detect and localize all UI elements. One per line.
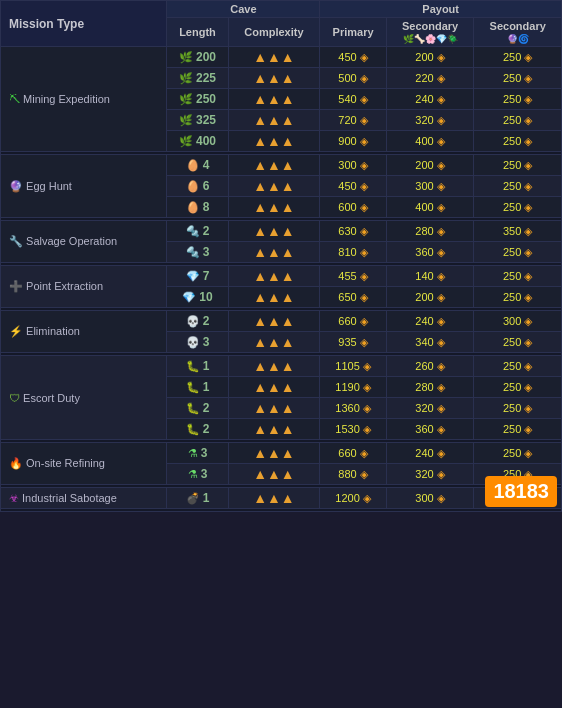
complexity-cell: ▲▲▲	[228, 287, 320, 308]
secondary1-cell: 280 ◈	[386, 221, 474, 242]
coin-icon2: ◈	[437, 51, 445, 63]
sec2-value: 250	[503, 336, 521, 348]
coin-icon2: ◈	[437, 114, 445, 126]
sec2-value: 250	[503, 180, 521, 192]
sec2-value: 350	[503, 225, 521, 237]
length-icon: 🌿	[179, 51, 193, 63]
primary-value: 300	[338, 159, 356, 171]
secondary1-cell: 240 ◈	[386, 311, 474, 332]
secondary1-cell: 340 ◈	[386, 332, 474, 353]
header-row-1: Mission Type Cave Payout	[1, 1, 562, 18]
length-value: 10	[199, 290, 212, 304]
coin-icon2: ◈	[437, 468, 445, 480]
complexity-icons: ▲▲▲	[253, 49, 295, 65]
sec1-value: 220	[415, 72, 433, 84]
mission-type-cell: ➕ Point Extraction	[1, 266, 167, 308]
coin-icon2: ◈	[437, 72, 445, 84]
mission-type-cell: ⚡ Elimination	[1, 311, 167, 353]
coin-icon: ◈	[360, 315, 368, 327]
primary-value: 1190	[335, 381, 359, 393]
secondary1-cell: 240 ◈	[386, 89, 474, 110]
coin-icon3: ◈	[524, 402, 532, 414]
mission-type-cell: 🔮 Egg Hunt	[1, 155, 167, 218]
secondary1-cell: 260 ◈	[386, 356, 474, 377]
length-value: 3	[201, 467, 208, 481]
complexity-cell: ▲▲▲	[228, 398, 320, 419]
length-cell: 🥚 4	[167, 155, 228, 176]
complexity-icons: ▲▲▲	[253, 199, 295, 215]
secondary2-cell: 250 ◈	[474, 176, 562, 197]
length-cell: 🐛 2	[167, 419, 228, 440]
complexity-cell: ▲▲▲	[228, 197, 320, 218]
table-row: 🔧 Salvage Operation🔩 2▲▲▲630 ◈280 ◈350 ◈	[1, 221, 562, 242]
sec1-value: 360	[415, 423, 433, 435]
length-icon: 💎	[182, 291, 196, 303]
coin-icon3: ◈	[524, 423, 532, 435]
coin-icon2: ◈	[437, 246, 445, 258]
primary-cell: 660 ◈	[320, 443, 386, 464]
complexity-cell: ▲▲▲	[228, 356, 320, 377]
length-cell: 🌿 200	[167, 47, 228, 68]
primary-cell: 650 ◈	[320, 287, 386, 308]
length-icon: 💀	[186, 315, 200, 327]
complexity-icons: ▲▲▲	[253, 268, 295, 284]
length-icon: 🥚	[186, 159, 200, 171]
primary-value: 455	[338, 270, 356, 282]
mission-name: Elimination	[26, 325, 80, 337]
coin-icon2: ◈	[437, 402, 445, 414]
table-row: ⛏ Mining Expedition🌿 200▲▲▲450 ◈200 ◈250…	[1, 47, 562, 68]
secondary1-cell: 400 ◈	[386, 197, 474, 218]
secondary1-cell: 320 ◈	[386, 398, 474, 419]
mission-icon: 🔥	[9, 457, 23, 469]
sec2-value: 250	[503, 291, 521, 303]
primary-cell: 1200 ◈	[320, 488, 386, 509]
length-value: 325	[196, 113, 216, 127]
col-payout: Payout	[320, 1, 562, 18]
coin-icon: ◈	[360, 159, 368, 171]
secondary1-cell: 320 ◈	[386, 110, 474, 131]
complexity-cell: ▲▲▲	[228, 488, 320, 509]
length-icon: 🌿	[179, 135, 193, 147]
length-cell: ⚗ 3	[167, 443, 228, 464]
sec2-value: 250	[503, 72, 521, 84]
complexity-icons: ▲▲▲	[253, 178, 295, 194]
complexity-cell: ▲▲▲	[228, 377, 320, 398]
complexity-cell: ▲▲▲	[228, 47, 320, 68]
coin-icon2: ◈	[437, 423, 445, 435]
coin-icon3: ◈	[524, 93, 532, 105]
length-icon: 🌿	[179, 114, 193, 126]
length-icon: 🌿	[179, 72, 193, 84]
col-mission-type: Mission Type	[1, 1, 167, 47]
coin-icon2: ◈	[437, 336, 445, 348]
secondary2-cell: 250 ◈	[474, 155, 562, 176]
length-value: 2	[203, 401, 210, 415]
secondary2-cell: 250 ◈	[474, 398, 562, 419]
complexity-cell: ▲▲▲	[228, 89, 320, 110]
coin-icon: ◈	[360, 270, 368, 282]
primary-value: 935	[338, 336, 356, 348]
sec1-value: 280	[415, 225, 433, 237]
sec1-value: 140	[415, 270, 433, 282]
coin-icon2: ◈	[437, 180, 445, 192]
length-icon: ⚗	[188, 468, 198, 480]
length-icon: 🌿	[179, 93, 193, 105]
mission-name: Salvage Operation	[26, 235, 117, 247]
mission-icon: ⛏	[9, 93, 20, 105]
coin-icon: ◈	[360, 72, 368, 84]
mission-icon: ☣	[9, 492, 19, 504]
mission-name: On-site Refining	[26, 457, 105, 469]
length-value: 250	[196, 92, 216, 106]
secondary2-cell: 300 ◈	[474, 311, 562, 332]
primary-cell: 1190 ◈	[320, 377, 386, 398]
complexity-cell: ▲▲▲	[228, 221, 320, 242]
length-icon: 🐛	[186, 360, 200, 372]
secondary1-cell: 320 ◈	[386, 464, 474, 485]
col-secondary1: Secondary 🌿🦴🌸💎🪲	[386, 18, 474, 47]
sec2-value: 300	[503, 315, 521, 327]
complexity-icons: ▲▲▲	[253, 157, 295, 173]
complexity-cell: ▲▲▲	[228, 131, 320, 152]
sec2-value: 250	[503, 360, 521, 372]
coin-icon: ◈	[360, 51, 368, 63]
coin-icon: ◈	[360, 135, 368, 147]
coin-icon2: ◈	[437, 360, 445, 372]
